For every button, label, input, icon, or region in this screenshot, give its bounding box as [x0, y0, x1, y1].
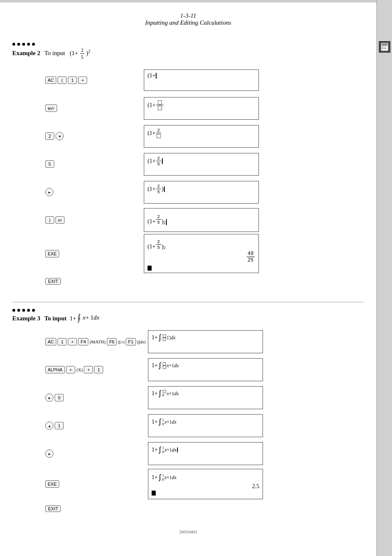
key-1: 1 [58, 338, 67, 345]
step-keys: EXIT [45, 278, 144, 285]
svg-rect-1 [382, 44, 387, 46]
step-row: ▸ 1+ ∫ 1 0 x+1 dx [45, 440, 364, 468]
display-top-row: 1+ ∫ 1 0 x+1 dx [152, 473, 259, 482]
key-up: ▴ [45, 422, 53, 430]
dot1 [12, 309, 15, 312]
integral-sym: ∫ [158, 334, 162, 341]
step-keys: EXE [45, 250, 144, 257]
key-exe: EXE [45, 250, 59, 257]
calculator-icon [379, 41, 390, 53]
placeholder [158, 100, 162, 104]
integral-display: ∫ 1 0 [158, 418, 164, 426]
integrand-text: x+1 [167, 363, 174, 369]
key-close-paren: ) [45, 216, 54, 224]
display-text: 1+ [152, 390, 158, 397]
svg-rect-3 [383, 46, 385, 47]
display-e3-2: 1+ ∫ x+1 dx [148, 358, 263, 381]
bullet-dots-2 [12, 43, 364, 46]
integrand-text: x+1 [167, 391, 174, 397]
display-e3-5: 1+ ∫ 1 0 x+1 dx [148, 442, 263, 465]
step-row: ▸ 0 1+ ∫ 0 x+1 dx [45, 384, 364, 412]
integral-sym: ∫ [158, 362, 162, 369]
frac-display [156, 100, 164, 111]
display-e3-6: 1+ ∫ 1 0 x+1 dx 2.5 [148, 469, 263, 499]
step-keys: ALPHA + (X) + 1 [45, 366, 148, 373]
bullet-dots-3 [12, 309, 364, 312]
step-keys: AC ( 1 + [45, 76, 144, 84]
sup-2: 2 [164, 220, 166, 225]
footer-text: 20050401 [179, 529, 197, 534]
integrand-text: x+1 [164, 475, 172, 481]
limits-display [162, 362, 166, 369]
key-right: ▸ [45, 188, 53, 196]
display-2: (1+ [144, 97, 259, 120]
step-row: EXIT [45, 273, 364, 290]
integral-display: ∫ 1 0 [158, 473, 164, 482]
header-subtitle: Inputting and Editing Calculations [12, 19, 364, 26]
answer-row: 2.5 [152, 483, 259, 490]
display-4: (1+ 2 5 [144, 153, 259, 176]
key-f4: F4 [78, 338, 88, 345]
key-1b: 1 [94, 366, 103, 373]
example3-desc: To input 1+ ∫ 1 0 x + 1dx [44, 313, 99, 322]
key-5: 5 [45, 160, 54, 168]
display-text: 1+ [152, 447, 158, 453]
placeholder [158, 106, 162, 110]
key-plus: + [68, 338, 77, 345]
example3-desc-text: To input [44, 315, 67, 322]
step-keys: ▴ 1 [45, 422, 148, 430]
step-row: ab/c (1+ [45, 94, 364, 122]
key-ac: AC [45, 76, 56, 84]
frac-display: 2 5 [156, 239, 161, 250]
limits-display: 1 0 [162, 418, 164, 426]
example2-steps: AC ( 1 + (1+ ab/c (1+ [45, 66, 364, 290]
display-text: (1+ [148, 186, 156, 192]
right-sidebar [376, 0, 392, 556]
upper-limit: 1 [78, 313, 81, 317]
lower-limit: 0 [78, 317, 81, 321]
example2-desc: To input (1+ 2 5 )2 [44, 47, 90, 60]
key-frac: ab/c [45, 104, 57, 112]
svg-rect-4 [385, 46, 386, 47]
cursor [177, 447, 178, 452]
display-text: 1+ [152, 362, 158, 369]
integrand: x [83, 314, 85, 321]
key-plus2: + [84, 366, 93, 373]
dot2 [17, 309, 20, 312]
dot5 [32, 309, 35, 312]
upper-ph [163, 390, 166, 393]
frac-display: 2 5 [156, 156, 161, 167]
dot1 [12, 43, 15, 46]
header-title: 1-3-11 [12, 12, 364, 19]
cursor [156, 73, 157, 79]
step-keys: EXIT [45, 505, 144, 512]
frac-display: 2 [156, 128, 161, 139]
example2-desc-text: To input [44, 50, 65, 56]
step-keys: 2 ▾ [45, 132, 144, 140]
frac-display: 2 5 [156, 184, 161, 195]
step-row: EXE (1+ 2 5 ) 2 49 [45, 234, 364, 273]
integrand-text: x+1 [164, 419, 172, 425]
display-content: (1+ 2 5 ) 2 [148, 214, 255, 225]
display-text: 1+ [152, 474, 158, 481]
step-keys: EXE [45, 480, 148, 488]
lower-ph [163, 366, 166, 369]
key-exit: EXIT [45, 278, 61, 285]
example2-heading: Example 2 To input (1+ 2 5 )2 [12, 47, 364, 60]
x-label: (X) [76, 367, 83, 372]
display-content: 1+ ∫ dx [152, 334, 259, 341]
upper-ph [163, 334, 166, 338]
integral-heading: ∫ 1 0 x + 1dx [78, 313, 99, 322]
dx: dx [94, 314, 99, 321]
dot3 [22, 43, 25, 46]
step-row: ALPHA + (X) + 1 1+ ∫ [45, 356, 364, 384]
cursor-block [152, 491, 156, 496]
display-content: (1+ [148, 72, 255, 79]
dx-text: dx [171, 335, 175, 341]
upper-ph [163, 362, 166, 366]
key-1: 1 [68, 76, 77, 84]
frac-display: 2 5 [156, 214, 161, 225]
integral-display: ∫ [158, 334, 167, 341]
cursor [164, 186, 165, 192]
svg-rect-7 [385, 48, 386, 49]
